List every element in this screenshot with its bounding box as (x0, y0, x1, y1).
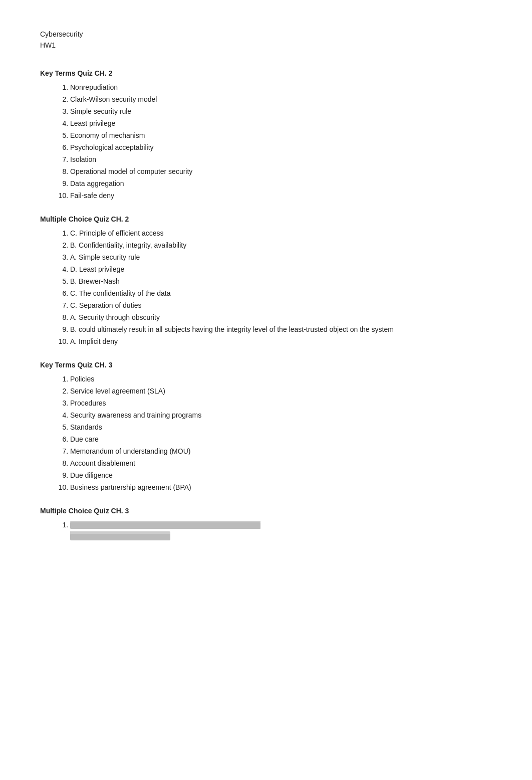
redacted-text (70, 521, 260, 539)
page-header: Cybersecurity HW1 (40, 30, 492, 49)
list-item: Due diligence (70, 470, 492, 481)
section-heading-key-terms-ch3: Key Terms Quiz CH. 3 (40, 361, 492, 369)
list-item: Data aggregation (70, 178, 492, 189)
section-mc-ch2: Multiple Choice Quiz CH. 2 C. Principle … (40, 215, 492, 347)
list-item: Due care (70, 434, 492, 445)
section-heading-mc-ch3: Multiple Choice Quiz CH. 3 (40, 507, 492, 515)
section-heading-mc-ch2: Multiple Choice Quiz CH. 2 (40, 215, 492, 223)
mc-ch3-list (40, 520, 492, 541)
list-item-redacted (70, 520, 492, 541)
list-item: Account disablement (70, 458, 492, 469)
list-item: Nonrepudiation (70, 82, 492, 93)
section-mc-ch3: Multiple Choice Quiz CH. 3 (40, 507, 492, 541)
list-item: Psychological acceptability (70, 142, 492, 153)
hw-title: HW1 (40, 41, 492, 49)
list-item: D. Least privilege (70, 264, 492, 275)
list-item: B. Brewer-Nash (70, 276, 492, 287)
list-item: Simple security rule (70, 106, 492, 117)
list-item: Operational model of computer security (70, 166, 492, 177)
section-key-terms-ch3: Key Terms Quiz CH. 3 Policies Service le… (40, 361, 492, 493)
list-item: Standards (70, 422, 492, 433)
list-item: C. The confidentiality of the data (70, 288, 492, 299)
list-item: Security awareness and training programs (70, 410, 492, 421)
section-key-terms-ch2: Key Terms Quiz CH. 2 Nonrepudiation Clar… (40, 69, 492, 201)
mc-ch2-list: C. Principle of efficient access B. Conf… (40, 228, 492, 347)
list-item: Clark-Wilson security model (70, 94, 492, 105)
list-item: Isolation (70, 154, 492, 165)
list-item: Business partnership agreement (BPA) (70, 482, 492, 493)
key-terms-ch3-list: Policies Service level agreement (SLA) P… (40, 374, 492, 493)
list-item: Policies (70, 374, 492, 384)
list-item: B. Confidentiality, integrity, availabil… (70, 240, 492, 251)
list-item: C. Principle of efficient access (70, 228, 492, 239)
list-item: Procedures (70, 398, 492, 409)
list-item: C. Separation of duties (70, 300, 492, 311)
list-item: A. Implicit deny (70, 336, 492, 347)
list-item: B. could ultimately result in all subjec… (70, 324, 492, 335)
list-item: Least privilege (70, 118, 492, 129)
key-terms-ch2-list: Nonrepudiation Clark-Wilson security mod… (40, 82, 492, 201)
section-heading-key-terms-ch2: Key Terms Quiz CH. 2 (40, 69, 492, 77)
list-item: Service level agreement (SLA) (70, 386, 492, 397)
course-title: Cybersecurity (40, 30, 492, 38)
list-item: A. Simple security rule (70, 252, 492, 263)
list-item: Economy of mechanism (70, 130, 492, 141)
list-item: Memorandum of understanding (MOU) (70, 446, 492, 457)
list-item: Fail-safe deny (70, 190, 492, 201)
list-item: A. Security through obscurity (70, 312, 492, 323)
